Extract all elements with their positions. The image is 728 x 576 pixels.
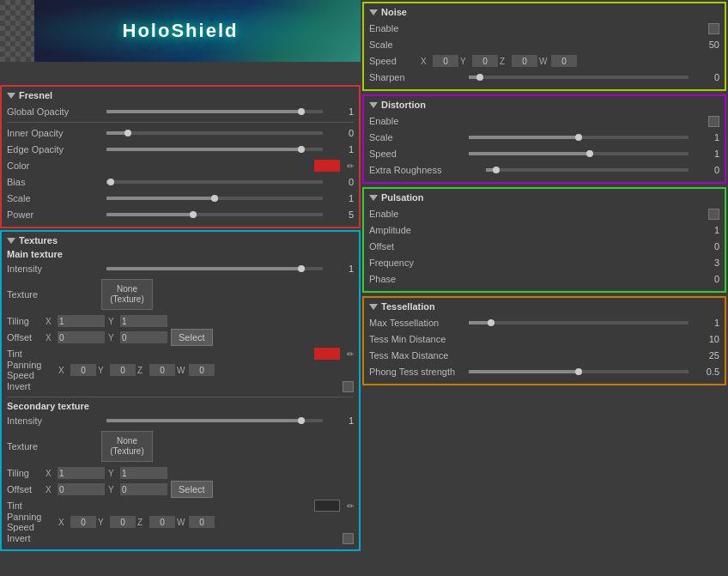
tess-max-slider[interactable] [469, 321, 689, 324]
noise-speed-z[interactable] [512, 55, 537, 67]
sec-panning-w[interactable] [189, 516, 215, 528]
scale-slider[interactable] [106, 197, 323, 200]
fresnel-collapse-icon[interactable] [7, 93, 15, 99]
noise-speed-y[interactable] [472, 55, 498, 67]
sec-tint-swatch[interactable] [314, 500, 340, 512]
tessellation-label: Tessellation [381, 301, 435, 312]
sec-tint-edit-icon[interactable]: ✏ [347, 501, 354, 511]
bias-value: 0 [328, 177, 354, 187]
sec-texture-label: Texture [7, 441, 101, 452]
main-intensity-slider[interactable] [106, 267, 323, 270]
sec-offset-x[interactable] [58, 483, 105, 495]
pulsation-header: Pulsation [369, 192, 719, 203]
noise-collapse-icon[interactable] [369, 9, 378, 15]
main-select-btn[interactable]: Select [171, 329, 213, 346]
tessellation-header: Tessellation [369, 301, 719, 312]
sec-offset-y-group: Y [108, 483, 167, 495]
sec-tiling-x[interactable] [58, 467, 105, 479]
main-panning-w[interactable] [189, 364, 215, 376]
tess-phong-value: 0.5 [694, 367, 719, 377]
textures-collapse-icon[interactable] [7, 238, 15, 244]
global-opacity-slider[interactable] [106, 110, 323, 113]
textures-header: Textures [7, 235, 354, 246]
sec-intensity-value: 1 [328, 415, 354, 426]
distortion-header: Distortion [369, 100, 719, 110]
main-invert-checkbox[interactable] [343, 381, 354, 392]
main-offset-x[interactable] [58, 331, 105, 343]
pulsation-frequency-row: Frequency 3 [369, 255, 719, 270]
tessellation-section: Tessellation Max Tessellation 1 Tess Min… [362, 296, 726, 385]
inner-opacity-slider[interactable] [106, 131, 323, 135]
main-panning-y[interactable] [110, 364, 136, 376]
inner-opacity-value: 0 [328, 128, 354, 138]
sec-texture-picker: None (Texture) [101, 431, 153, 462]
color-edit-icon[interactable]: ✏ [347, 161, 354, 171]
distortion-roughness-slider[interactable] [486, 168, 689, 172]
noise-speed-row: Speed X Y Z W [369, 53, 719, 69]
distortion-scale-slider[interactable] [469, 136, 689, 139]
pulsation-enable-checkbox[interactable] [708, 209, 719, 220]
sec-panning-x[interactable] [70, 516, 96, 528]
noise-sharpen-slider[interactable] [469, 76, 689, 79]
noise-header: Noise [369, 7, 719, 17]
distortion-collapse-icon[interactable] [369, 102, 378, 108]
fresnel-section: Fresnel Global Opacity 1 Inner Opacity 0 [0, 85, 361, 228]
global-opacity-label: Global Opacity [7, 106, 101, 117]
distortion-roughness-row: Extra Roughness 0 [369, 162, 719, 178]
fresnel-label: Fresnel [19, 90, 52, 100]
sec-intensity-slider[interactable] [106, 419, 323, 422]
color-swatch[interactable] [314, 160, 340, 172]
textures-section: Textures Main texture Intensity 1 Textur… [0, 230, 361, 551]
inner-opacity-row: Inner Opacity 0 [7, 125, 354, 141]
noise-enable-checkbox[interactable] [708, 23, 719, 34]
power-slider[interactable] [106, 213, 323, 216]
scale-label: Scale [7, 193, 101, 203]
sec-select-btn[interactable]: Select [171, 481, 213, 498]
shader-title: HoloShield [123, 20, 239, 42]
main-panning-z[interactable] [149, 364, 175, 376]
power-label: Power [7, 209, 101, 220]
edge-opacity-slider[interactable] [106, 148, 323, 151]
sec-tiling-x-group: X [46, 467, 105, 479]
main-tiling-x[interactable] [58, 315, 105, 327]
main-offset-y[interactable] [120, 331, 167, 343]
edge-opacity-label: Edge Opacity [7, 144, 101, 155]
tess-phong-slider[interactable] [469, 370, 689, 373]
sec-tiling-y[interactable] [120, 467, 167, 479]
header-preview: HoloShield [0, 0, 361, 62]
main-tint-swatch[interactable] [314, 348, 340, 360]
tess-max-dist-row: Tess Max Distance 25 [369, 348, 719, 363]
noise-sharpen-row: Sharpen 0 [369, 70, 719, 85]
tessellation-collapse-icon[interactable] [369, 304, 378, 310]
main-offset-x-group: X [46, 331, 105, 343]
noise-speed-x[interactable] [433, 55, 458, 67]
distortion-speed-label: Speed [369, 149, 464, 159]
main-texture-row: Texture None (Texture) [7, 277, 354, 312]
pulsation-frequency-value: 3 [694, 258, 719, 268]
bias-slider[interactable] [106, 180, 323, 184]
sec-panning-y[interactable] [110, 516, 136, 528]
main-texture-btn[interactable]: None (Texture) [101, 279, 153, 310]
pulsation-phase-value: 0 [694, 274, 719, 284]
main-panning-x[interactable] [70, 364, 96, 376]
distortion-speed-slider[interactable] [469, 152, 689, 155]
sec-offset-y[interactable] [120, 483, 167, 495]
distortion-enable-checkbox[interactable] [708, 116, 719, 127]
noise-speed-w[interactable] [551, 55, 577, 67]
pulsation-section: Pulsation Enable Amplitude 1 Offset 0 Fr… [362, 187, 726, 293]
sec-panning-z[interactable] [149, 516, 175, 528]
pulsation-collapse-icon[interactable] [369, 195, 378, 201]
main-tiling-y[interactable] [120, 315, 167, 327]
main-tint-edit-icon[interactable]: ✏ [347, 349, 354, 359]
sec-texture-btn[interactable]: None (Texture) [101, 431, 153, 462]
sec-panning-label: Panning Speed [7, 512, 58, 532]
main-panning-coords: X Y Z W [58, 364, 354, 376]
distortion-scale-row: Scale 1 [369, 130, 719, 145]
sec-panning-coords: X Y Z W [58, 516, 354, 528]
sec-invert-checkbox[interactable] [343, 533, 354, 544]
scale-row: Scale 1 [7, 191, 354, 206]
sec-offset-row: Offset X Y Select [7, 482, 354, 497]
texture-picker: None (Texture) [101, 279, 153, 310]
noise-sharpen-value: 0 [694, 72, 719, 82]
tess-min-dist-row: Tess Min Distance 10 [369, 331, 719, 347]
